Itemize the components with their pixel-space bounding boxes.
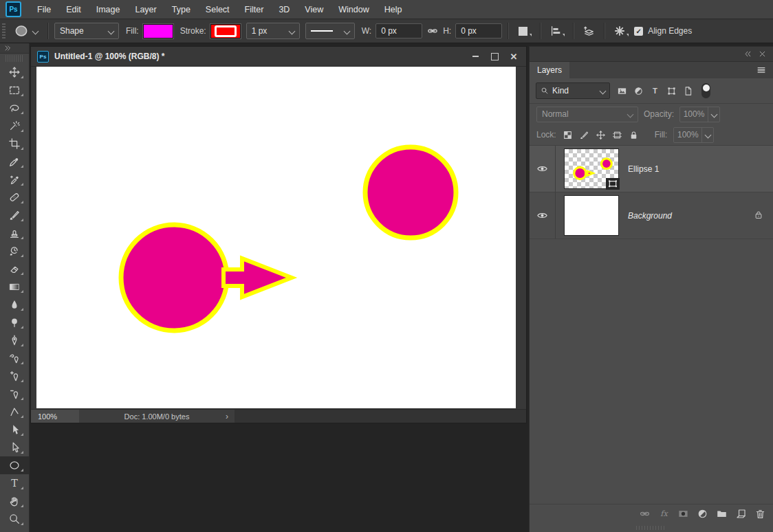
layer-row-ellipse-1[interactable]: Ellipse 1 <box>530 146 773 192</box>
menu-item-select[interactable]: Select <box>198 5 237 14</box>
close-button[interactable]: ✕ <box>504 49 523 63</box>
opacity-select[interactable]: 100% <box>679 107 720 122</box>
healing-brush-tool[interactable] <box>0 188 29 206</box>
panel-resize-grip[interactable] <box>636 526 666 530</box>
menu-item-view[interactable]: View <box>297 5 331 14</box>
tool-preset-button[interactable] <box>10 23 42 38</box>
add-mask-icon[interactable] <box>677 508 689 520</box>
freeform-pen-tool[interactable] <box>0 349 29 367</box>
menu-item-help[interactable]: Help <box>377 5 410 14</box>
pen-icon <box>8 334 21 346</box>
dodge-tool[interactable] <box>0 313 29 331</box>
document-titlebar[interactable]: Ps Untitled-1 @ 100% (RGB/8) * ✕ <box>31 47 526 67</box>
filter-kind-select[interactable]: Kind <box>536 82 610 99</box>
ellipse-tool[interactable] <box>0 456 29 474</box>
link-layers-icon[interactable] <box>639 508 651 520</box>
lock-pixels-icon[interactable] <box>579 130 589 140</box>
filter-adjustment-icon[interactable] <box>630 83 646 98</box>
fill-label: Fill: <box>126 26 139 36</box>
direct-selection-tool[interactable] <box>0 439 29 456</box>
toolbar-collapse-button[interactable] <box>0 43 29 54</box>
doc-size-status[interactable]: Doc: 1.00M/0 bytes › <box>79 410 235 423</box>
menu-bar: Ps FileEditImageLayerTypeSelectFilter3DV… <box>0 0 773 19</box>
pen-tool[interactable] <box>0 331 29 349</box>
rectangular-marquee-tool[interactable] <box>0 81 29 99</box>
menu-item-layer[interactable]: Layer <box>127 5 164 14</box>
gradient-tool[interactable] <box>0 278 29 296</box>
layer-name[interactable]: Background <box>628 211 672 221</box>
zoom-level-field[interactable]: 100% <box>31 410 79 423</box>
shape-width-input[interactable]: 0 px <box>375 23 422 38</box>
tool-mode-select[interactable]: Shape <box>54 23 119 39</box>
menu-item-filter[interactable]: Filter <box>237 5 272 14</box>
visibility-toggle[interactable] <box>530 146 556 192</box>
lasso-tool[interactable] <box>0 99 29 117</box>
eraser-tool[interactable] <box>0 260 29 278</box>
hand-tool[interactable] <box>0 492 29 510</box>
layer-style-icon[interactable]: fx <box>658 508 670 520</box>
new-layer-icon[interactable] <box>735 508 747 520</box>
filter-shape-icon[interactable] <box>663 83 679 98</box>
canvas[interactable] <box>36 67 516 408</box>
panel-menu-icon[interactable] <box>756 65 766 75</box>
maximize-button[interactable] <box>485 49 504 63</box>
filter-smart-object-icon[interactable] <box>679 83 696 98</box>
close-panel-icon[interactable] <box>759 50 766 58</box>
new-group-icon[interactable] <box>716 508 728 520</box>
align-edges-checkbox[interactable]: ✓ <box>634 27 643 36</box>
fill-amount-select[interactable]: 100% <box>673 127 714 143</box>
filter-toggle-switch[interactable] <box>701 83 710 98</box>
tab-layers[interactable]: Layers <box>530 62 569 78</box>
type-tool[interactable]: T <box>0 474 29 492</box>
spot-healing-brush-tool[interactable] <box>0 170 29 188</box>
magic-wand-tool[interactable] <box>0 117 29 135</box>
path-arrangement-button[interactable] <box>580 25 598 38</box>
layer-thumbnail[interactable] <box>564 195 619 236</box>
stroke-style-select[interactable] <box>305 23 355 39</box>
menu-item-3d[interactable]: 3D <box>271 5 297 14</box>
lock-transparency-icon[interactable] <box>563 130 573 140</box>
layer-name[interactable]: Ellipse 1 <box>628 164 659 174</box>
menu-item-file[interactable]: File <box>30 5 58 14</box>
layers-panel-footer: fx <box>530 504 773 523</box>
fill-swatch[interactable] <box>143 24 173 38</box>
options-grip[interactable] <box>2 23 6 38</box>
brush-tool[interactable] <box>0 206 29 224</box>
layer-thumbnail[interactable] <box>564 148 619 189</box>
visibility-toggle[interactable] <box>530 192 556 239</box>
menu-item-type[interactable]: Type <box>164 5 198 14</box>
zoom-tool[interactable] <box>0 510 29 528</box>
filter-image-icon[interactable] <box>613 83 630 98</box>
delete-anchor-point-tool[interactable] <box>0 385 29 403</box>
link-wh-icon[interactable] <box>426 25 439 37</box>
move-tool[interactable] <box>0 63 29 81</box>
menu-item-window[interactable]: Window <box>331 5 376 14</box>
delete-layer-icon[interactable] <box>754 508 766 520</box>
minimize-button[interactable] <box>466 49 485 63</box>
history-brush-tool[interactable] <box>0 242 29 260</box>
menu-item-image[interactable]: Image <box>89 5 128 14</box>
convert-point-tool[interactable] <box>0 403 29 421</box>
toolbar-grip[interactable] <box>6 55 23 62</box>
lock-position-icon[interactable] <box>596 130 606 140</box>
add-anchor-point-tool[interactable] <box>0 367 29 385</box>
lock-all-icon[interactable] <box>629 130 639 140</box>
filter-type-icon[interactable]: T <box>646 83 663 98</box>
eyedropper-tool[interactable] <box>0 153 29 170</box>
shape-height-input[interactable]: 0 px <box>455 23 502 38</box>
collapse-panel-icon[interactable] <box>744 50 752 58</box>
blur-tool[interactable] <box>0 296 29 313</box>
stroke-swatch[interactable] <box>210 24 241 38</box>
path-selection-tool[interactable] <box>0 421 29 439</box>
adjustment-layer-icon[interactable] <box>697 508 708 520</box>
crop-tool[interactable] <box>0 135 29 153</box>
layer-row-background[interactable]: Background <box>530 192 773 239</box>
geometry-options-button[interactable] <box>611 25 631 37</box>
clone-stamp-tool[interactable] <box>0 224 29 242</box>
blend-mode-select[interactable]: Normal <box>536 107 638 122</box>
path-operations-button[interactable] <box>514 25 534 37</box>
lock-artboard-icon[interactable] <box>612 130 622 140</box>
stroke-width-select[interactable]: 1 px <box>246 23 300 39</box>
path-alignment-button[interactable] <box>547 25 567 37</box>
menu-item-edit[interactable]: Edit <box>58 5 89 14</box>
